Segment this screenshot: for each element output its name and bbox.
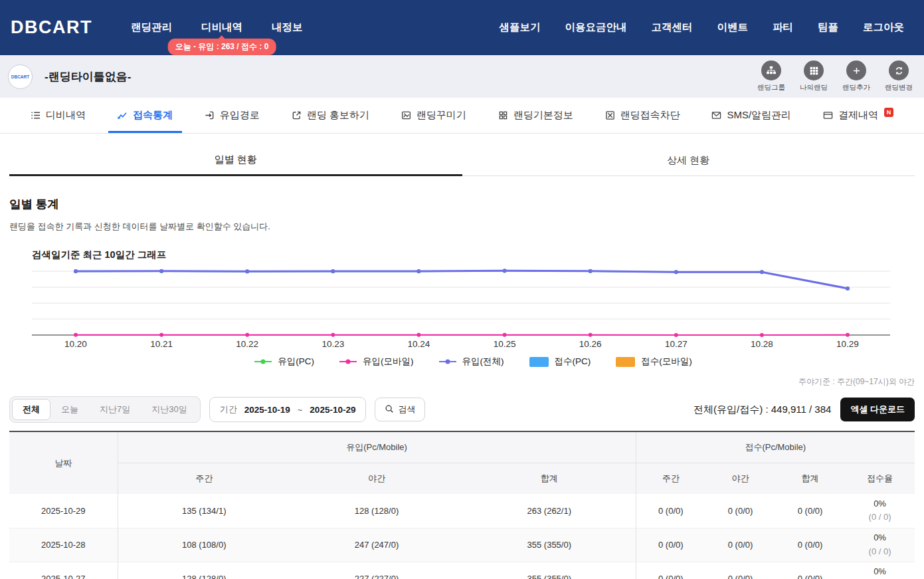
chart-legend: 유입(PC)유입(모바일)유입(전체)접수(PC)접수(모바일) [32,356,915,368]
date-to-field[interactable]: 2025-10-29 [310,405,355,415]
legend-label: 접수(PC) [555,356,591,368]
cell-submit-2: 0 (0/0) [705,528,775,562]
tab-label: 랜딩접속차단 [620,109,680,122]
decorate-icon [401,110,411,120]
range-button-3[interactable]: 지난7일 [89,399,141,420]
cell-submit-3: 0 (0/0) [775,562,845,579]
tab-inflow[interactable]: 유입경로 [205,98,260,133]
tab-mail[interactable]: SMS/알림관리 [711,98,791,133]
legend-swatch-line [439,361,456,362]
top-navigation: DBCART 랜딩관리디비내역오늘 - 유입 : 263 / 접수 : 0내정보… [0,0,924,55]
subheader-submit-4: 접수율 [845,463,915,494]
tab-promote[interactable]: 랜딩 홍보하기 [292,98,369,133]
nav-item-2[interactable]: 디비내역오늘 - 유입 : 263 / 접수 : 0 [201,21,242,35]
subheader-submit-3: 합계 [775,463,845,494]
landing-header: DBCART -랜딩타이틀없음- 랜딩그룹나의랜딩랜딩추가랜딩변경 [0,55,924,98]
utility-item-1[interactable]: 샘플보기 [500,21,541,35]
logo[interactable]: DBCART [11,17,92,38]
chart-title: 검색일기준 최근 10일간 그래프 [32,249,915,261]
utility-item-6[interactable]: 팀플 [818,21,838,35]
subtab-2[interactable]: 상세 현황 [462,146,915,176]
action-label: 랜딩그룹 [757,83,785,92]
excel-download-button[interactable]: 엑셀 다운로드 [840,398,915,421]
nav-item-3[interactable]: 내정보 [272,21,303,35]
svg-text:10.28: 10.28 [751,339,773,349]
rate-percent: 0% [845,531,915,544]
inflow-icon [205,110,215,120]
utility-item-4[interactable]: 이벤트 [717,21,749,35]
section-title: 일별 통계 [9,196,915,212]
cell-inflow-2: 247 (247/0) [290,528,463,562]
utility-item-2[interactable]: 이용요금안내 [565,21,627,35]
col-group-submit: 접수(Pc/Mobile) [636,431,915,463]
legend-item-접수모바일[interactable]: 접수(모바일) [616,356,692,368]
block-icon [605,110,615,120]
range-segmented-control: 전체오늘지난7일지난30일 [9,396,201,423]
svg-text:10.24: 10.24 [408,339,430,349]
subheader-inflow-1: 주간 [118,463,290,494]
legend-item-접수PC[interactable]: 접수(PC) [529,356,591,368]
cell-date: 2025-10-29 [9,494,118,528]
tab-info[interactable]: 랜딩기본정보 [498,98,573,133]
action-plus[interactable]: 랜딩추가 [839,60,874,92]
cell-inflow-1: 128 (128/0) [118,562,290,579]
cell-submit-1: 0 (0/0) [636,494,705,528]
nav-item-label: 랜딩관리 [131,21,172,33]
cell-inflow-2: 227 (227/0) [290,562,463,579]
nav-item-label: 내정보 [272,21,303,33]
card-icon [823,110,833,120]
cell-submit-1: 0 (0/0) [636,528,705,562]
subtab-1[interactable]: 일별 현황 [9,146,462,176]
daily-line-chart: 10.2010.2110.2210.2310.2410.2510.2610.27… [32,267,915,352]
cell-date: 2025-10-28 [9,528,118,562]
legend-swatch-dot [261,360,266,364]
search-button[interactable]: 검색 [375,398,425,421]
action-label: 랜딩추가 [842,83,870,92]
chart-block: 검색일기준 최근 10일간 그래프 10.2010.2110.2210.2310… [9,249,915,388]
legend-item-유입PC[interactable]: 유입(PC) [254,356,314,368]
range-button-1[interactable]: 전체 [12,399,50,420]
filter-row: 전체오늘지난7일지난30일 기간 2025-10-19 ~ 2025-10-29… [9,396,915,423]
action-refresh[interactable]: 랜딩변경 [881,60,916,92]
rate-percent: 0% [845,565,915,578]
cell-date: 2025-10-27 [9,562,118,579]
main-menu: 랜딩관리디비내역오늘 - 유입 : 263 / 접수 : 0내정보 [131,21,303,35]
utility-menu: 샘플보기이용요금안내고객센터이벤트파티팀플로그아웃 [500,21,905,35]
range-button-2[interactable]: 오늘 [50,399,89,420]
svg-text:10.27: 10.27 [665,339,688,349]
daily-stats-table: 날짜 유입(Pc/Mobile) 접수(Pc/Mobile) 주간야간합계주간야… [9,431,915,579]
tab-block[interactable]: 랜딩접속차단 [605,98,680,133]
date-from-field[interactable]: 2025-10-19 [244,405,290,415]
grid-icon [804,60,824,80]
nav-item-1[interactable]: 랜딩관리 [131,21,172,35]
action-sitemap[interactable]: 랜딩그룹 [754,60,788,92]
legend-item-유입전체[interactable]: 유입(전체) [439,356,504,368]
action-grid[interactable]: 나의랜딩 [796,60,831,92]
cell-submit-1: 0 (0/0) [636,562,705,579]
cell-submit-2: 0 (0/0) [705,562,775,579]
info-icon [498,110,508,120]
cell-submit-3: 0 (0/0) [775,494,845,528]
range-button-4[interactable]: 지난30일 [141,399,197,420]
tab-stats[interactable]: 접속통계 [118,98,173,133]
tab-list[interactable]: 디비내역 [31,98,86,133]
today-stats-badge: 오늘 - 유입 : 263 / 접수 : 0 [168,39,276,55]
utility-item-5[interactable]: 파티 [773,21,793,35]
utility-item-3[interactable]: 고객센터 [652,21,693,35]
legend-item-유입모바일[interactable]: 유입(모바일) [339,356,414,368]
col-header-date: 날짜 [9,431,118,494]
avatar: DBCART [8,64,33,89]
svg-text:10.25: 10.25 [494,339,516,349]
action-label: 랜딩변경 [885,83,913,92]
report-subtabs: 일별 현황상세 현황 [9,146,915,176]
tab-decorate[interactable]: 랜딩꾸미기 [401,98,466,133]
utility-item-7[interactable]: 로그아웃 [863,21,904,35]
subheader-submit-2: 야간 [705,463,775,494]
tab-label: 디비내역 [46,109,86,122]
cell-inflow-1: 108 (108/0) [118,528,290,562]
landing-actions: 랜딩그룹나의랜딩랜딩추가랜딩변경 [754,60,916,92]
tab-card[interactable]: 결제내역N [823,98,893,133]
action-label: 나의랜딩 [800,83,828,92]
period-label: 기간 [220,404,237,415]
tab-label: 랜딩기본정보 [513,109,573,122]
